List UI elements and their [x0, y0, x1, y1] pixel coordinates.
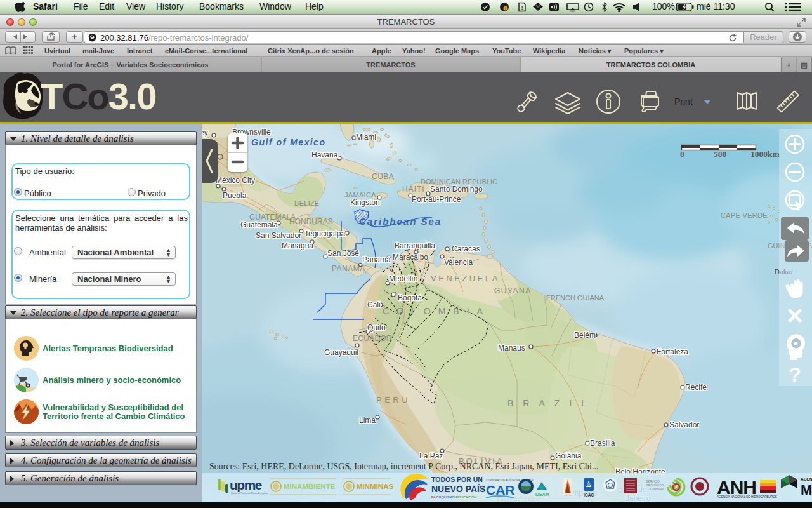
svg-text:HONDURAS: HONDURAS [289, 217, 333, 226]
svg-text:Brasilia: Brasilia [590, 439, 615, 448]
svg-text:!: ! [521, 5, 523, 11]
svg-text:GUYANA: GUYANA [494, 286, 532, 295]
svg-text:PAZ EQUIDAD EDUCACIÓN: PAZ EQUIDAD EDUCACIÓN [431, 495, 476, 499]
svg-text:Manaus: Manaus [498, 344, 525, 352]
svg-text:IDEAM: IDEAM [535, 492, 549, 497]
svg-text:Port-au-Prince: Port-au-Prince [412, 195, 461, 204]
svg-text:MIN: MIN [801, 482, 812, 498]
svg-text:MINAMBIENTE: MINAMBIENTE [284, 483, 335, 490]
svg-text:upme: upme [230, 478, 262, 492]
svg-text:TODOS POR UN: TODOS POR UN [431, 476, 483, 483]
svg-text:PERU: PERU [376, 395, 410, 404]
svg-text:San Salvador: San Salvador [256, 231, 301, 240]
svg-text:AGENCIA NA: AGENCIA NA [801, 477, 812, 481]
svg-text:Valencia: Valencia [444, 258, 473, 267]
svg-text:1000km: 1000km [750, 149, 779, 159]
svg-text:Cali: Cali [367, 300, 381, 309]
svg-text:BELIZE: BELIZE [294, 199, 320, 207]
svg-text:Havana: Havana [311, 150, 338, 159]
svg-text:Panamá: Panamá [362, 255, 391, 264]
svg-text:Barranquilla: Barranquilla [395, 241, 435, 250]
svg-text:HAITI: HAITI [402, 185, 425, 194]
svg-text:ECUADOR: ECUADOR [353, 334, 392, 343]
svg-text:Caribbean Sea: Caribbean Sea [359, 216, 442, 227]
svg-text:VENEZUELA: VENEZUELA [431, 274, 500, 283]
svg-text:500: 500 [714, 149, 727, 159]
svg-text:COLOMBIANO: COLOMBIANO [646, 488, 666, 491]
svg-text:GEOLÓGICO: GEOLÓGICO [646, 483, 664, 487]
svg-text:La Paz: La Paz [419, 451, 443, 460]
svg-text:San José: San José [327, 249, 359, 258]
svg-text:!: ! [505, 6, 506, 10]
svg-text:Miami: Miami [356, 133, 376, 142]
svg-text:Recife: Recife [685, 383, 707, 392]
svg-text:FRENCH GUIANA: FRENCH GUIANA [546, 294, 605, 302]
svg-text:Tegucigalpa: Tegucigalpa [304, 229, 345, 238]
svg-text:0: 0 [680, 149, 684, 159]
svg-text:Bogotá: Bogotá [398, 293, 422, 302]
svg-text:AGENCIA NACIONAL DE HIDROCARBU: AGENCIA NACIONAL DE HIDROCARBUROS [717, 495, 777, 498]
svg-text:IGAC: IGAC [584, 493, 594, 497]
svg-text:México City: México City [216, 176, 255, 185]
svg-text:Unidad de Planeación Minero En: Unidad de Planeación Minero Energética [231, 492, 268, 495]
svg-text:CAR: CAR [486, 483, 515, 497]
svg-text:MINMINAS: MINMINAS [357, 483, 393, 490]
svg-text:Guatemala: Guatemala [240, 220, 278, 229]
svg-text:BRAZIL: BRAZIL [508, 398, 596, 408]
svg-text:SERVICIO: SERVICIO [646, 480, 660, 483]
svg-text:Puebla: Puebla [223, 191, 247, 200]
svg-text:Goiânia: Goiânia [555, 451, 582, 460]
svg-text:CAPE VERDE: CAPE VERDE [721, 211, 768, 219]
svg-text:CUBA: CUBA [372, 172, 394, 181]
svg-text:Guayaquil: Guayaquil [324, 348, 358, 357]
svg-text:Gulf of Mexico: Gulf of Mexico [251, 137, 325, 147]
svg-text:Kingston: Kingston [350, 198, 380, 207]
svg-text:Caracas: Caracas [452, 244, 480, 253]
svg-text:Medellín: Medellín [389, 274, 417, 283]
svg-text:Belém: Belém [574, 331, 596, 340]
svg-text:?: ? [789, 363, 801, 386]
svg-text:Fortaleza: Fortaleza [657, 347, 688, 356]
svg-text:COLOMBIA: COLOMBIA [383, 306, 490, 316]
svg-text:Quito: Quito [367, 323, 386, 332]
svg-text:Managua: Managua [282, 241, 313, 250]
svg-text:Salvador: Salvador [669, 420, 699, 429]
svg-text:Maracaibo: Maracaibo [393, 253, 428, 262]
svg-text:NUEVO PAÍS: NUEVO PAÍS [431, 484, 485, 494]
svg-text:Lima: Lima [359, 416, 376, 425]
svg-text:Santo Domingo: Santo Domingo [430, 185, 483, 194]
